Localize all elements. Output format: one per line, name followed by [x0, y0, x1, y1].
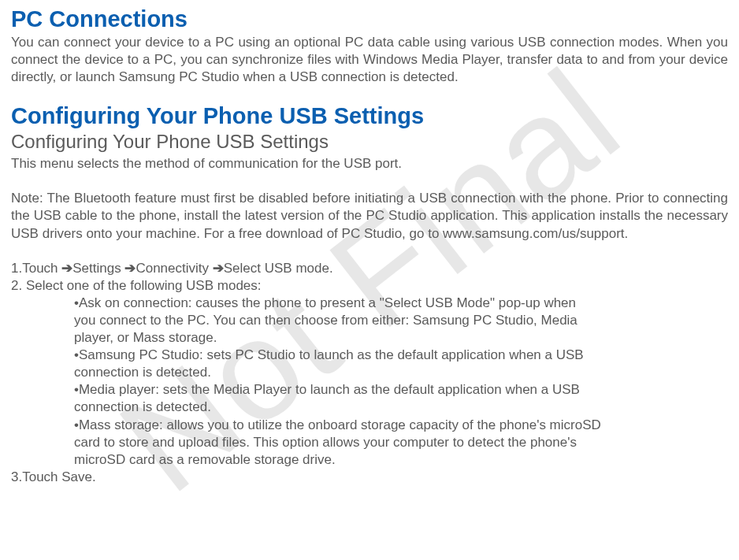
- step-1: 1.Touch ➔Settings ➔Connectivity ➔Select …: [11, 260, 728, 277]
- bullet-pc-studio-2: connection is detected.: [11, 364, 728, 381]
- document-content: PC Connections You can connect your devi…: [11, 6, 728, 486]
- section2-title: Configuring Your Phone USB Settings: [11, 103, 728, 129]
- bullet-ask-connection-3: player, or Mass storage.: [11, 329, 728, 347]
- section2-note: Note: The Bluetooth feature must first b…: [11, 190, 728, 242]
- bullet-media-player-1: •Media player: sets the Media Player to …: [11, 381, 728, 399]
- bullet-ask-connection-2: you connect to the PC. You can then choo…: [11, 312, 728, 329]
- section1-title: PC Connections: [11, 6, 728, 32]
- step-3: 3.Touch Save.: [11, 469, 728, 486]
- arrow-icon: ➔: [213, 261, 224, 276]
- step-2: 2. Select one of the following USB modes…: [11, 277, 728, 295]
- bullet-media-player-2: connection is detected.: [11, 399, 728, 416]
- bullet-mass-storage-3: microSD card as a removable storage driv…: [11, 451, 728, 469]
- step1-connectivity: Connectivity: [136, 261, 212, 276]
- arrow-icon: ➔: [61, 261, 72, 276]
- step1-select: Select USB mode.: [224, 261, 333, 276]
- bullet-ask-connection-1: •Ask on connection: causes the phone to …: [11, 295, 728, 312]
- bullet-pc-studio-1: •Samsung PC Studio: sets PC Studio to la…: [11, 347, 728, 364]
- section1-paragraph: You can connect your device to a PC usin…: [11, 34, 728, 86]
- arrow-icon: ➔: [124, 261, 136, 276]
- step1-settings: Settings: [72, 261, 124, 276]
- section2-subtitle: Configuring Your Phone USB Settings: [11, 131, 728, 153]
- bullet-mass-storage-2: card to store and upload files. This opt…: [11, 434, 728, 451]
- bullet-mass-storage-1: •Mass storage: allows you to utilize the…: [11, 417, 728, 434]
- step1-prefix: 1.Touch: [11, 261, 61, 276]
- section2-intro: This menu selects the method of communic…: [11, 155, 728, 172]
